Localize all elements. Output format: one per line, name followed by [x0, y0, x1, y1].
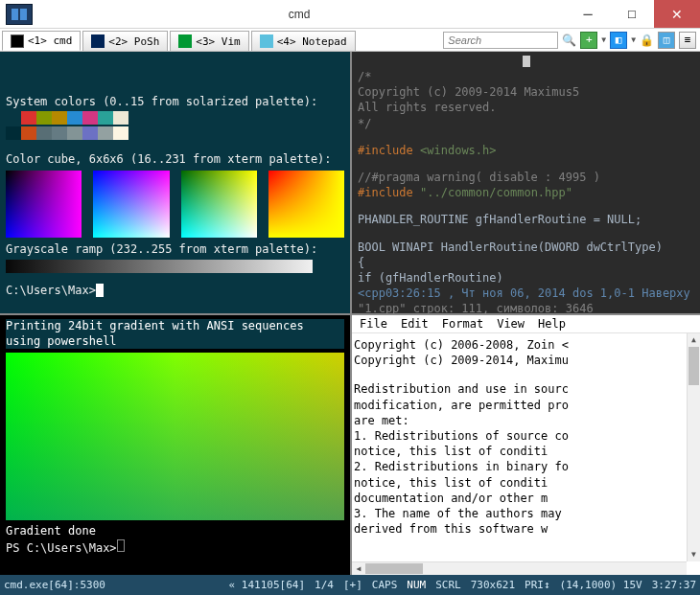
notepad-line: documentation and/or other m [354, 491, 698, 506]
notepad-line: 2. Redistributions in binary fo [354, 459, 698, 474]
svg-rect-1 [20, 9, 27, 20]
svg-rect-0 [12, 9, 18, 20]
vim-status: <cpp03:26:15 , Чт ноя 06, 2014 dos 1,0-1… [358, 286, 694, 301]
notepad-line: notice, this list of conditi [354, 475, 698, 491]
status-bar: cmd.exe[64]:5300 « 141105[64] 1/4 [+] CA… [0, 575, 700, 595]
notepad-line: Copyright (c) 2009-2014, Maximu [354, 353, 698, 368]
notepad-line: are met: [354, 413, 698, 428]
cmd-prompt: C:\Users\Max> [6, 284, 96, 297]
notepad-line: notice, this list of conditi [354, 444, 698, 459]
vim-icon [178, 34, 192, 48]
vim-line: Copyright (c) 2009-2014 Maximus5 [358, 84, 694, 100]
minimize-button[interactable]: ─ [566, 0, 610, 28]
tab-cmd[interactable]: <1> cmd [2, 31, 81, 51]
vim-line: if (gfHandlerRoutine) [358, 270, 694, 286]
lock-icon[interactable]: 🔒 [640, 34, 654, 47]
system-colors-row2 [6, 126, 128, 140]
window-titlebar: cmd ─ □ ✕ [0, 0, 700, 29]
vim-status: "1.cpp" строк: 111, символов: 3646 [358, 301, 694, 313]
horizontal-scrollbar[interactable]: ◀ [352, 561, 687, 575]
cmd-text: Grayscale ramp (232..255 from xterm pale… [6, 241, 344, 257]
vim-cursor-top [523, 56, 530, 67]
scrollbar-thumb[interactable] [688, 347, 699, 385]
menu-file[interactable]: File [360, 317, 387, 331]
menu-edit[interactable]: Edit [401, 317, 429, 331]
scroll-down-icon[interactable]: ▼ [688, 548, 700, 561]
menu-help[interactable]: Help [538, 317, 566, 331]
powershell-pane[interactable]: Printing 24bit gradient with ANSI sequen… [0, 313, 350, 575]
vim-line: #include <windows.h> [358, 143, 694, 158]
grayscale-ramp [6, 260, 313, 273]
toolbar-button-2[interactable]: ◫ [658, 32, 675, 49]
posh-text: Gradient done [6, 524, 344, 539]
scrollbar-thumb[interactable] [365, 563, 423, 574]
status-item: 1/4 [315, 579, 334, 591]
color-cube [6, 171, 344, 238]
notepad-pane[interactable]: File Edit Format View Help Copyright (c)… [350, 313, 700, 575]
tab-label: <2> PoSh [108, 35, 159, 48]
app-icon [6, 4, 33, 25]
menu-format[interactable]: Format [442, 317, 483, 331]
cursor [96, 284, 104, 297]
vim-line: /* [358, 69, 694, 84]
settings-button[interactable]: ≡ [679, 32, 696, 49]
notepad-line: Redistribution and use in sourc [354, 381, 698, 397]
notepad-line: 3. The name of the authors may [354, 506, 698, 521]
vim-line: */ [358, 116, 694, 131]
dropdown-icon[interactable]: ▼ [601, 35, 606, 44]
toolbar-button-1[interactable]: ◧ [610, 32, 627, 49]
vim-line: #include "../common/common.hpp" [358, 185, 694, 200]
status-size: 700x595 [471, 579, 515, 591]
vim-line: PHANDLER_ROUTINE gfHandlerRoutine = NULL… [358, 212, 694, 227]
window-title: cmd [33, 8, 566, 21]
search-input[interactable] [443, 32, 558, 49]
cmd-text: System colors (0..15 from solarized pale… [6, 94, 344, 109]
tab-label: <3> Vim [196, 35, 240, 48]
notepad-line: 1. Redistributions of source co [354, 428, 698, 444]
tab-label: <1> cmd [28, 34, 72, 47]
vim-pane[interactable]: /* Copyright (c) 2009-2014 Maximus5 All … [350, 52, 700, 313]
vim-line: BOOL WINAPI HandlerRoutine(DWORD dwCtrlT… [358, 240, 694, 255]
tab-notepad[interactable]: <4> Notepad [251, 31, 356, 51]
status-caps: CAPS [372, 579, 398, 591]
status-item: [+] [343, 579, 362, 591]
cursor [117, 539, 125, 552]
posh-prompt: PS C:\Users\Max> [6, 541, 117, 555]
notepad-line: derived from this software w [354, 521, 698, 537]
tab-bar: <1> cmd <2> PoSh <3> Vim <4> Notepad 🔍 +… [0, 29, 700, 52]
search-icon[interactable]: 🔍 [562, 34, 576, 47]
scroll-left-icon[interactable]: ◀ [352, 562, 365, 575]
status-num: NUM [407, 579, 426, 591]
close-button[interactable]: ✕ [654, 0, 700, 28]
cmd-text: Color cube, 6x6x6 (16..231 from xterm pa… [6, 151, 344, 167]
scroll-up-icon[interactable]: ▲ [688, 333, 700, 347]
notepad-menu: File Edit Format View Help [352, 315, 700, 333]
status-item: « 141105[64] [229, 579, 305, 591]
menu-view[interactable]: View [497, 317, 525, 331]
notepad-icon [260, 34, 273, 48]
status-exe: cmd.exe[64]:5300 [4, 579, 105, 591]
powershell-icon [91, 34, 105, 48]
tab-vim[interactable]: <3> Vim [170, 31, 248, 51]
posh-text: Printing 24bit gradient with ANSI sequen… [6, 319, 344, 349]
new-console-button[interactable]: + [580, 32, 597, 49]
vim-line: { [358, 255, 694, 270]
cmd-icon [11, 34, 24, 48]
vim-line: //#pragma warning( disable : 4995 ) [358, 170, 694, 185]
notepad-line: modification, are permitted pro [354, 398, 698, 413]
status-scrl: SCRL [435, 579, 461, 591]
vertical-scrollbar[interactable]: ▲ ▼ [687, 333, 700, 561]
status-pri: PRI↕ [525, 579, 550, 591]
gradient-24bit [6, 353, 344, 520]
cmd-pane[interactable]: System colors (0..15 from solarized pale… [0, 52, 350, 313]
dropdown-icon[interactable]: ▼ [631, 35, 636, 44]
vim-line: All rights reserved. [358, 100, 694, 115]
tab-label: <4> Notepad [277, 35, 347, 48]
notepad-line: Copyright (c) 2006-2008, Zoin < [354, 337, 698, 353]
tab-posh[interactable]: <2> PoSh [82, 31, 168, 51]
notepad-body[interactable]: Copyright (c) 2006-2008, Zoin < Copyrigh… [352, 333, 700, 575]
status-time: 3:27:37 [652, 579, 696, 591]
system-colors-row [6, 111, 128, 125]
status-pos: (14,1000) 15V [560, 579, 642, 591]
maximize-button[interactable]: □ [610, 0, 654, 28]
